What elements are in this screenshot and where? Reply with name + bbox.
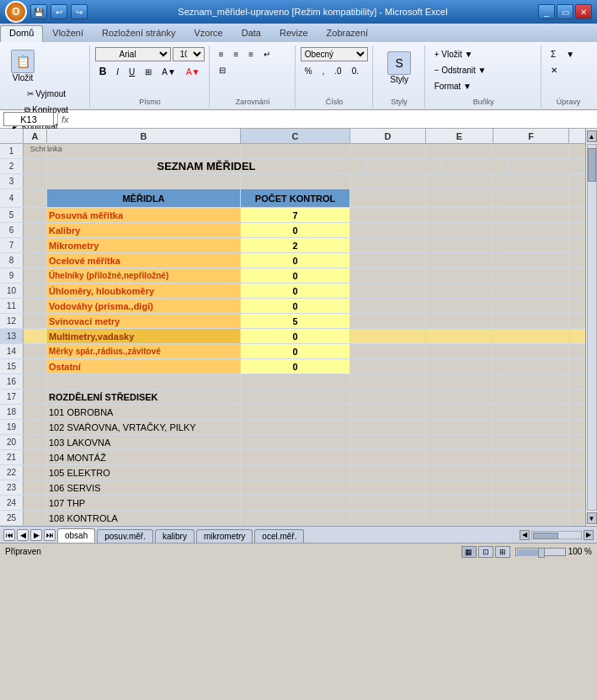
cell-c22[interactable]	[241, 465, 350, 480]
font-family-select[interactable]: Arial	[95, 47, 171, 61]
cell-f21[interactable]	[493, 450, 569, 464]
cell-f13[interactable]	[493, 329, 569, 343]
tab-revize[interactable]: Revize	[270, 25, 317, 42]
cell-a4[interactable]	[24, 189, 47, 207]
wrap-text-btn[interactable]: ↵	[259, 47, 275, 61]
cell-b7[interactable]: Mikrometry	[47, 238, 241, 252]
tab-zobrazeni[interactable]: Zobrazení	[317, 25, 378, 42]
cell-e15[interactable]	[426, 359, 493, 374]
col-header-a[interactable]: A	[24, 129, 47, 143]
sheet-last-btn[interactable]: ⏭	[44, 529, 56, 541]
cell-c19[interactable]	[241, 420, 350, 434]
fill-btn[interactable]: ▼	[562, 47, 578, 61]
tab-domu[interactable]: Domů	[0, 25, 43, 42]
cell-d10[interactable]	[350, 284, 426, 298]
cell-e18[interactable]	[426, 405, 493, 419]
cell-c5[interactable]: 7	[241, 208, 350, 222]
zoom-slider[interactable]	[515, 548, 566, 556]
insert-cells-btn[interactable]: + Vložit ▼	[430, 47, 477, 61]
cell-c7[interactable]: 2	[241, 238, 350, 252]
cell-e12[interactable]	[426, 314, 493, 328]
undo-quick-btn[interactable]: ↩	[51, 4, 67, 19]
number-format-select[interactable]: Obecný	[301, 47, 368, 61]
tab-data[interactable]: Data	[232, 25, 270, 42]
cell-d22[interactable]	[350, 465, 426, 480]
cell-d21[interactable]	[350, 450, 426, 464]
cell-e5[interactable]	[426, 208, 493, 222]
cell-b17[interactable]: ROZDĚLENÍ STŘEDISEK	[47, 390, 241, 404]
cell-c11[interactable]: 0	[241, 299, 350, 313]
cell-f14[interactable]	[493, 344, 569, 358]
col-header-c[interactable]: C	[241, 129, 350, 143]
cell-b13[interactable]: Multimetry,vadasky	[47, 329, 241, 343]
bold-button[interactable]: B	[95, 63, 111, 80]
sheet-first-btn[interactable]: ⏮	[3, 529, 15, 541]
cell-c24[interactable]	[241, 496, 350, 510]
cell-e6[interactable]	[426, 223, 493, 237]
cell-f17[interactable]	[493, 390, 569, 404]
cell-a15[interactable]	[24, 359, 47, 374]
cell-f4[interactable]	[493, 189, 569, 207]
cell-e24[interactable]	[426, 496, 493, 510]
comma-btn[interactable]: ,	[318, 64, 329, 78]
col-header-e[interactable]: E	[426, 129, 493, 143]
cell-b11[interactable]: Vodováhy (prisma.,digi)	[47, 299, 241, 313]
cell-f8[interactable]	[493, 253, 569, 268]
cell-a3[interactable]	[24, 174, 47, 188]
cell-f12[interactable]	[493, 314, 569, 328]
cell-d19[interactable]	[350, 420, 426, 434]
cell-e9[interactable]	[426, 268, 493, 283]
autosum-btn[interactable]: Σ	[546, 47, 560, 61]
cell-a8[interactable]	[24, 253, 47, 268]
cell-f15[interactable]	[493, 359, 569, 374]
cell-f9[interactable]	[493, 268, 569, 283]
cell-a7[interactable]	[24, 238, 47, 252]
close-btn[interactable]: ✕	[575, 4, 592, 19]
cell-b9[interactable]: Úhelníky (přiložné,nepřiložné)	[47, 268, 241, 283]
italic-button[interactable]: I	[112, 63, 123, 80]
hscroll-right-btn[interactable]: ▶	[584, 530, 594, 540]
cell-c14[interactable]: 0	[241, 344, 350, 358]
cell-f10[interactable]	[493, 284, 569, 298]
cell-b3[interactable]	[47, 174, 241, 188]
cell-d17[interactable]	[350, 390, 426, 404]
cell-d15[interactable]	[350, 359, 426, 374]
tab-vzorce[interactable]: Vzorce	[184, 25, 232, 42]
conditional-format-btn[interactable]: S Styly	[378, 47, 421, 88]
cell-c21[interactable]	[241, 450, 350, 464]
cell-b19[interactable]: 102 SVAŘOVNA, VRTAČKY, PILKY	[47, 420, 241, 434]
redo-quick-btn[interactable]: ↪	[71, 4, 88, 19]
cell-c13[interactable]: 0	[241, 329, 350, 343]
cell-a1[interactable]	[24, 144, 47, 158]
cell-d16[interactable]	[350, 374, 426, 389]
tab-rozlozeni[interactable]: Rozložení stránky	[93, 25, 184, 42]
cell-b18[interactable]: 101 OBROBNA	[47, 405, 241, 419]
fill-color-button[interactable]: A▼	[157, 63, 180, 80]
page-layout-btn[interactable]: ⊡	[478, 546, 493, 558]
cell-a16[interactable]	[24, 374, 47, 389]
cell-b23[interactable]: 106 SERVIS	[47, 480, 241, 495]
cell-f20[interactable]	[493, 435, 569, 449]
cell-d6[interactable]	[350, 223, 426, 237]
cell-c23[interactable]	[241, 480, 350, 495]
cell-e22[interactable]	[426, 465, 493, 480]
cell-f24[interactable]	[493, 496, 569, 510]
cell-reference-input[interactable]	[3, 112, 54, 126]
cell-d13[interactable]	[350, 329, 426, 343]
hscroll-left-btn[interactable]: ◀	[520, 530, 530, 540]
cell-d14[interactable]	[350, 344, 426, 358]
col-header-b[interactable]: B	[47, 129, 241, 143]
sheet-tab-mikrometry[interactable]: mikrometry	[196, 529, 253, 543]
col-header-d[interactable]: D	[350, 129, 426, 143]
cell-d11[interactable]	[350, 299, 426, 313]
tab-vlozeni[interactable]: Vložení	[43, 25, 93, 42]
cell-a11[interactable]	[24, 299, 47, 313]
cell-a2[interactable]	[24, 159, 47, 173]
save-quick-btn[interactable]: 💾	[30, 4, 47, 19]
cell-b22[interactable]: 105 ELEKTRO	[47, 465, 241, 480]
align-right-btn[interactable]: ≡	[244, 47, 258, 61]
cell-a19[interactable]	[24, 420, 47, 434]
cell-d25[interactable]	[350, 511, 426, 525]
font-size-select[interactable]: 10	[173, 47, 205, 61]
cell-d24[interactable]	[350, 496, 426, 510]
